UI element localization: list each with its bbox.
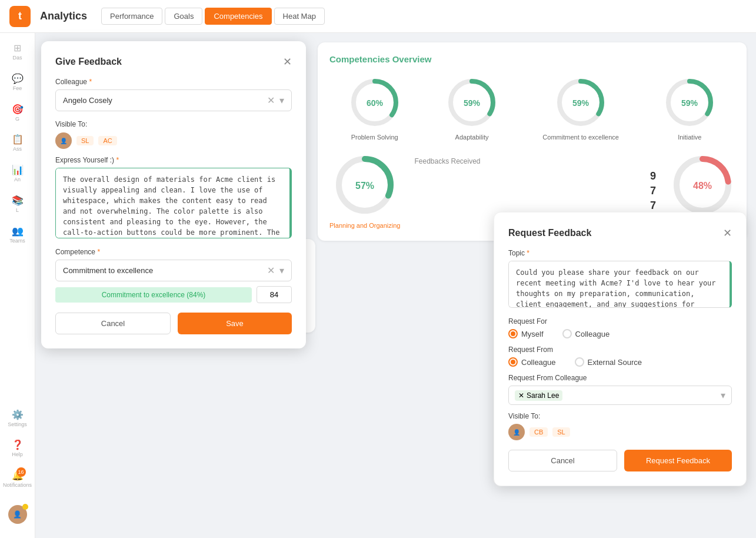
svg-text:59%: 59% [681, 98, 698, 108]
dashboard-icon: ⊞ [14, 42, 21, 54]
colleague-input[interactable] [566, 391, 717, 400]
sidebar-item-teams[interactable]: 👥 Teams [0, 221, 35, 249]
svg-text:59%: 59% [464, 98, 481, 108]
request-feedback-cancel-button[interactable]: Cancel [508, 450, 617, 471]
notification-count: 16 [16, 467, 26, 477]
express-textarea[interactable]: The overall design of materials for Acme… [55, 168, 292, 238]
request-feedback-close-button[interactable]: ✕ [723, 227, 732, 240]
colleague-label: Colleague * [55, 78, 292, 86]
svg-text:48%: 48% [693, 181, 712, 191]
request-feedback-submit-button[interactable]: Request Feedback [624, 450, 732, 471]
sidebar-item-label: Notifications [3, 482, 32, 489]
sidebar: ⊞ Das 💬 Fee 🎯 G 📋 Ass 📊 An 📚 L 👥 Teams ⚙… [0, 33, 35, 538]
teams-icon: 👥 [12, 225, 24, 237]
request-from-external[interactable]: External Source [575, 357, 642, 367]
visible-to-avatar: 👤 [508, 424, 525, 440]
competencies-overview-card: Competencies Overview 60% Problem Solvin… [318, 42, 747, 241]
give-feedback-save-button[interactable]: Save [178, 313, 292, 334]
topic-label: Topic * [508, 249, 732, 257]
request-feedback-title: Request Feedback [508, 228, 591, 238]
visible-to-label: Visible To: [55, 120, 87, 128]
comp-label: Initiative [678, 134, 701, 141]
comp-planning: 57% Planning and Organizing [329, 152, 400, 229]
request-for-colleague[interactable]: Colleague [562, 329, 610, 338]
request-from-colleague-label: Request From Colleague [508, 374, 732, 382]
request-from-external-label: External Source [588, 358, 642, 367]
competence-clear-icon[interactable]: ✕ [267, 265, 275, 276]
competence-select[interactable]: Commitment to excellence ✕ ▾ [55, 260, 292, 281]
radio-colleague [562, 329, 572, 338]
nav-tabs: Performance Goals Competencies Heat Map [101, 8, 325, 25]
sidebar-item-label: Teams [9, 238, 25, 244]
donut-commitment: 59% [554, 76, 607, 129]
give-feedback-modal: Give Feedback ✕ Colleague * Angelo Cosel… [41, 41, 306, 348]
comp-initiative: 59% Initiative [663, 76, 716, 141]
sidebar-item-feedback[interactable]: 💬 Fee [0, 68, 35, 97]
give-feedback-close-button[interactable]: ✕ [283, 55, 292, 68]
sidebar-item-label: G [15, 116, 19, 122]
sidebar-item-assess[interactable]: 📋 Ass [0, 129, 35, 157]
app-logo: t [9, 6, 31, 27]
express-label: Express Yourself :) * [55, 156, 292, 164]
sidebar-item-label: Help [12, 451, 23, 458]
donut-adaptability: 59% [445, 76, 498, 129]
sidebar-item-label: L [16, 207, 19, 214]
feedbacks-received: Feedbacks Received 9 7 7 [409, 152, 661, 217]
sidebar-item-help[interactable]: ❓ Help [1, 434, 34, 463]
sidebar-item-label: An [14, 177, 21, 183]
sidebar-item-das[interactable]: ⊞ Das [0, 38, 35, 66]
tab-goals[interactable]: Goals [165, 8, 202, 25]
request-for-myself[interactable]: Myself [508, 329, 544, 338]
radio-external [575, 357, 584, 367]
sidebar-item-notifications[interactable]: 🔔 16 Notifications [1, 465, 34, 493]
visible-tag-sl: SL [76, 136, 94, 145]
page-title: Analytics [40, 10, 87, 22]
goals-icon: 🎯 [12, 104, 24, 115]
colleague-value: Angelo Cosely [63, 96, 112, 105]
svg-text:59%: 59% [572, 98, 590, 108]
topic-textarea[interactable]: Could you please share your feedback on … [508, 261, 732, 308]
sidebar-item-settings[interactable]: ⚙️ Settings [1, 404, 34, 433]
sidebar-item-l[interactable]: 📚 L [0, 190, 35, 218]
sidebar-item-label: Das [12, 55, 22, 61]
comp-label: Commitment to excellence [542, 134, 619, 141]
request-from-colleague-label: Colleague [521, 358, 556, 367]
learning-icon: 📚 [12, 195, 24, 206]
give-feedback-cancel-button[interactable]: Cancel [55, 313, 171, 334]
colleague-tag-input[interactable]: ✕ Sarah Lee ▾ [508, 386, 732, 405]
request-from-label: Request From [508, 346, 732, 354]
visible-tag-ac: AC [98, 136, 116, 145]
colleague-select[interactable]: Angelo Cosely ✕ ▾ [55, 89, 292, 111]
competence-value: Commitment to excellence [63, 266, 153, 275]
comp-label: Problem Solving [351, 134, 398, 141]
sidebar-item-label: Fee [13, 85, 22, 92]
sidebar-item-goals[interactable]: 🎯 G [0, 99, 35, 127]
competence-label: Competence * [55, 248, 292, 256]
help-icon: ❓ [12, 439, 24, 450]
settings-icon: ⚙️ [12, 409, 24, 420]
analytics-icon: 📊 [12, 164, 24, 175]
donut-initiative: 59% [663, 76, 716, 129]
tab-competencies[interactable]: Competencies [205, 8, 271, 25]
tab-heatmap[interactable]: Heat Map [274, 8, 325, 25]
competence-score: 84 [257, 286, 292, 303]
sidebar-item-label: Settings [8, 421, 27, 428]
sidebar-item-analytics[interactable]: 📊 An [0, 160, 35, 188]
colleague-clear-icon[interactable]: ✕ [267, 95, 275, 106]
sarah-lee-tag: ✕ Sarah Lee [515, 390, 562, 401]
tab-performance[interactable]: Performance [101, 8, 162, 25]
request-from-colleague[interactable]: Colleague [508, 357, 556, 367]
svg-text:60%: 60% [367, 98, 384, 108]
visible-to-req-label: Visible To: [508, 412, 732, 420]
donut-learning: 48% [670, 152, 735, 217]
visible-avatar: 👤 [55, 132, 72, 149]
competence-chevron-icon: ▾ [279, 265, 284, 276]
comp-commitment: 59% Commitment to excellence [542, 76, 619, 141]
navbar: t Analytics Performance Goals Competenci… [0, 0, 756, 33]
user-avatar[interactable]: 👤 [1, 500, 34, 529]
svg-text:57%: 57% [355, 181, 374, 191]
request-for-myself-label: Myself [521, 330, 544, 338]
donut-problem-solving: 60% [348, 76, 401, 129]
donut-planning: 57% [332, 152, 397, 217]
competence-bar: Commitment to excellence (84%) [55, 287, 252, 303]
